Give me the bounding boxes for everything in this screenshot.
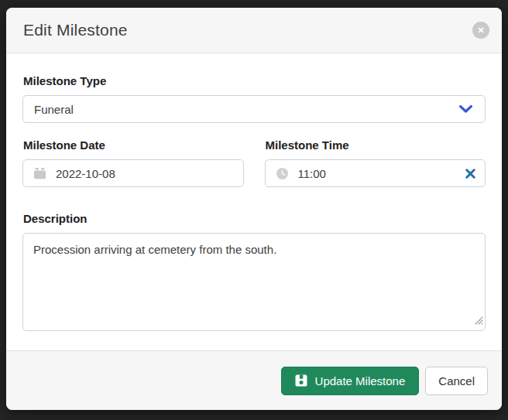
- calendar-icon: [34, 168, 46, 179]
- milestone-date-value: 2022-10-08: [56, 167, 115, 180]
- clear-time-button[interactable]: [465, 169, 475, 179]
- chevron-down-icon: [459, 105, 472, 113]
- milestone-time-value: 11:00: [298, 167, 326, 180]
- edit-milestone-modal: Edit Milestone ✕ Milestone Type Funeral …: [6, 8, 502, 410]
- cancel-button[interactable]: Cancel: [425, 367, 488, 395]
- update-milestone-label: Update Milestone: [315, 374, 406, 388]
- clock-icon: [276, 168, 288, 179]
- modal-body: Milestone Type Funeral Milestone Date: [6, 53, 502, 350]
- milestone-date-group: Milestone Date 2022-10-08: [22, 138, 244, 187]
- milestone-date-input[interactable]: 2022-10-08: [22, 159, 244, 187]
- milestone-type-select[interactable]: Funeral: [22, 95, 486, 123]
- save-icon: [295, 374, 307, 387]
- close-button[interactable]: ✕: [472, 22, 489, 39]
- modal-footer: Update Milestone Cancel: [6, 350, 502, 410]
- update-milestone-button[interactable]: Update Milestone: [281, 367, 420, 395]
- milestone-type-label: Milestone Type: [23, 74, 486, 87]
- milestone-time-group: Milestone Time 11:00: [265, 138, 486, 187]
- close-icon: ✕: [477, 26, 484, 35]
- description-textarea[interactable]: Procession arriving at cemetery from the…: [22, 233, 486, 331]
- milestone-type-value: Funeral: [34, 103, 74, 116]
- milestone-date-label: Milestone Date: [23, 138, 244, 152]
- milestone-time-label: Milestone Time: [266, 138, 486, 152]
- description-group: Description Procession arriving at cemet…: [22, 212, 486, 331]
- milestone-time-input[interactable]: 11:00: [265, 159, 486, 187]
- description-label: Description: [23, 212, 486, 225]
- clear-x-icon: [465, 169, 475, 179]
- cancel-label: Cancel: [438, 374, 475, 388]
- date-time-row: Milestone Date 2022-10-08 Milestone Time: [22, 138, 486, 187]
- modal-title: Edit Milestone: [23, 21, 128, 39]
- modal-header: Edit Milestone ✕: [6, 8, 502, 53]
